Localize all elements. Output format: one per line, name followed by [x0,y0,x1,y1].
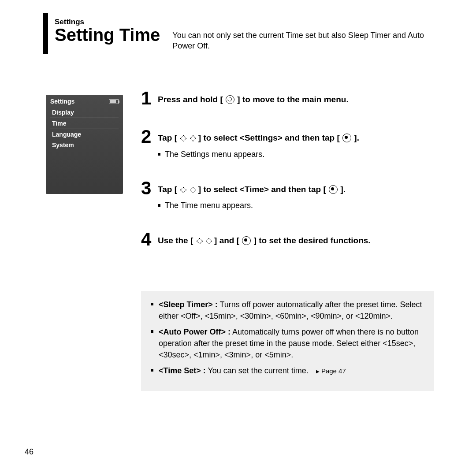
step-note: The Time menu appears. [158,201,346,210]
step: 1Press and hold [ ] to move to the main … [141,89,428,108]
header-bar [43,13,48,54]
page-number: 46 [25,447,33,457]
diamond-left-icon [180,135,186,141]
header: Settings Setting Time You can not only s… [55,18,451,52]
diamond-down-icon [205,238,212,244]
step-title: Tap [ ] to select <Settings> and then ta… [158,133,359,144]
device-screenshot: Settings DisplayTimeLanguageSystem [46,95,123,194]
step-number: 1 [141,89,158,108]
select-button-icon [329,185,338,194]
diamond-down-icon [190,186,196,193]
diamond-up-icon [180,186,186,193]
device-menu-item: System [46,140,123,150]
step-number: 4 [141,230,158,249]
sleep-timer-label: <Sleep Timer> : [159,300,218,309]
select-button-icon [242,236,251,245]
step: 2Tap [ ] to select <Settings> and then t… [141,127,428,159]
steps: 1Press and hold [ ] to move to the main … [141,89,428,268]
battery-icon [109,99,119,104]
step: 4Use the [ ] and [ ] to set the desired … [141,230,428,249]
diamond-right-icon [190,135,196,141]
info-box: <Sleep Timer> : Turns off power automati… [141,291,434,391]
back-arrow-icon [226,95,234,104]
step-title: Press and hold [ ] to move to the main m… [158,94,349,105]
page-title: Setting Time [55,25,160,45]
step-title: Tap [ ] to select <Time> and then tap [ … [158,184,346,195]
device-menu-item: Display [46,107,123,118]
select-button-icon [342,134,351,142]
time-set-label: <Time Set> : [159,366,206,375]
time-set-pageref: Page 47 [316,367,346,375]
device-menu-item: Time [50,118,119,129]
page-subtitle: You can not only set the current Time se… [172,26,432,52]
device-menu-item: Language [46,129,123,140]
step-note: The Settings menu appears. [158,150,359,159]
step-title: Use the [ ] and [ ] to set the desired f… [158,235,371,246]
step-number: 2 [141,127,158,146]
time-set-text: You can set the current time. [206,366,309,375]
device-title: Settings [50,98,74,105]
diamond-up-icon [196,238,202,244]
step: 3Tap [ ] to select <Time> and then tap [… [141,179,428,211]
auto-power-off-label: <Auto Power Off> : [159,327,231,336]
step-number: 3 [141,179,158,197]
